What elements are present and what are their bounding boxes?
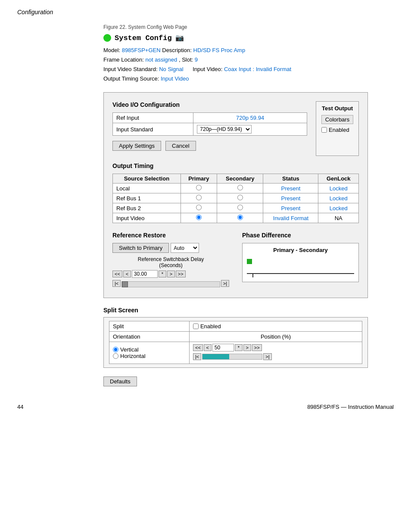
phase-difference-section: Phase Difference Primary - Secondary [242,232,359,289]
enabled-label[interactable]: Enabled [321,127,353,133]
colorbars-label: Colorbars [321,115,353,124]
system-config-title-bar: System Config 📷 [103,34,394,42]
camera-icon: 📷 [175,34,184,42]
apply-cancel-row: Apply Settings Cancel [112,141,307,151]
asterisk-button[interactable]: * [159,271,166,277]
model-value: 8985FSP+GEN [122,47,161,53]
row-refbus1-genlock: Locked [318,193,359,203]
video-io-title: Video I/O Configuration [112,101,307,108]
row-refbus2-secondary[interactable] [217,203,263,213]
position-stepper-row: << < * > >> [193,344,358,352]
row-refbus1-primary[interactable] [181,193,217,203]
pos-start-button[interactable]: |< [193,353,201,360]
auto-select[interactable]: Auto Manual [171,243,199,253]
split-enabled-row: Split Enabled [109,321,362,332]
phase-tick [252,273,253,277]
table-row: Ref Bus 1 Present Locked [113,193,359,203]
fast-forward-button[interactable]: >> [176,271,186,277]
pos-forward-button[interactable]: > [243,344,251,351]
position-slider-track[interactable] [202,354,262,360]
description-label: Description: [162,47,193,53]
row-local-status: Present [263,184,318,193]
pos-asterisk-button[interactable]: * [235,344,243,351]
input-standard-select[interactable]: 720p—(HD 59.94) 1080i—(HD 59.94) SD [197,125,252,134]
input-standard-row: Input Standard 720p—(HD 59.94) 1080i—(HD… [113,123,307,136]
input-standard-label: Input Standard [113,123,193,136]
input-video-label: Input Video: [193,66,222,72]
input-video-standard-label: Input Video Standard: [103,66,158,72]
split-orientation-row: Orientation Position (%) [109,332,362,342]
row-inputvideo-source: Input Video [113,213,181,223]
figure-caption: Figure 22. System Config Web Page [103,24,394,30]
switch-to-primary-button[interactable]: Switch to Primary [112,243,169,253]
row-inputvideo-secondary[interactable] [217,213,263,223]
orientation-label-cell: Orientation [109,332,190,342]
secondary-radio-refbus2[interactable] [237,205,243,210]
vertical-radio[interactable] [113,347,118,352]
delay-slider-track[interactable] [121,281,220,287]
defaults-button[interactable]: Defaults [103,376,137,386]
split-label-cell: Split [109,321,190,332]
delay-slider-handle[interactable] [122,281,128,287]
col-primary: Primary [181,174,217,184]
fast-back-button[interactable]: << [112,271,122,277]
model-label: Model: [103,47,120,53]
split-enabled-text: Enabled [200,323,221,330]
col-genlock: GenLock [318,174,359,184]
row-local-secondary[interactable] [217,184,263,193]
row-local-primary[interactable] [181,184,217,193]
split-controls-row: Vertical Horizontal << < [109,342,362,364]
row-local-genlock: Locked [318,184,359,193]
primary-radio-local[interactable] [196,185,202,190]
delay-value-input[interactable] [132,270,158,278]
row-refbus2-primary[interactable] [181,203,217,213]
start-button[interactable]: |< [112,280,121,287]
position-slider-fill [202,354,229,359]
back-button[interactable]: < [123,271,131,277]
ref-input-label: Ref Input [113,113,193,123]
row-refbus2-genlock: Locked [318,203,359,213]
row-refbus1-source: Ref Bus 1 [113,193,181,203]
main-config-box: Video I/O Configuration Ref Input 720p 5… [103,92,368,298]
enabled-checkbox[interactable] [321,127,327,133]
forward-button[interactable]: > [167,271,175,277]
split-screen-title: Split Screen [103,307,368,314]
pos-end-button[interactable]: >| [263,353,271,360]
delay-stepper-row: << < * > >> [112,270,229,278]
horizontal-radio[interactable] [113,353,118,359]
ref-input-row: Ref Input 720p 59.94 [113,113,307,123]
cancel-button[interactable]: Cancel [165,141,196,151]
row-refbus2-status: Present [263,203,318,213]
primary-radio-inputvideo[interactable] [196,215,202,220]
horizontal-label[interactable]: Horizontal [113,353,186,359]
secondary-radio-refbus1[interactable] [237,195,243,200]
pos-fast-back-button[interactable]: << [193,344,203,351]
slot-value: 9 [195,56,198,63]
split-enabled-label[interactable]: Enabled [193,323,358,330]
row-inputvideo-status: Invalid Format [263,213,318,223]
phase-diff-box: Primary - Secondary [242,243,359,282]
row-inputvideo-primary[interactable] [181,213,217,223]
pos-fast-forward-button[interactable]: >> [252,344,262,351]
col-secondary: Secondary [217,174,263,184]
vertical-text: Vertical [120,346,139,353]
split-enabled-checkbox[interactable] [193,324,199,329]
end-button[interactable]: >| [221,280,229,287]
frame-location-value: not assigned [146,56,177,63]
secondary-radio-local[interactable] [237,185,243,190]
primary-radio-refbus1[interactable] [196,195,202,200]
position-value-input[interactable] [212,344,234,352]
description-value: HD/SD FS Proc Amp [193,47,246,53]
position-label-cell: Position (%) [189,332,362,342]
row-refbus1-status: Present [263,193,318,203]
vertical-label[interactable]: Vertical [113,346,186,353]
test-output-title: Test Output [321,105,353,112]
primary-radio-refbus2[interactable] [196,205,202,210]
secondary-radio-inputvideo[interactable] [237,215,243,220]
row-refbus1-secondary[interactable] [217,193,263,203]
defaults-btn-area: Defaults [103,376,394,386]
pos-back-button[interactable]: < [204,344,212,351]
apply-settings-button[interactable]: Apply Settings [112,141,161,151]
page-footer: 44 8985FSP/FS — Instruction Manual [17,404,394,410]
page-header: Configuration [17,9,394,16]
